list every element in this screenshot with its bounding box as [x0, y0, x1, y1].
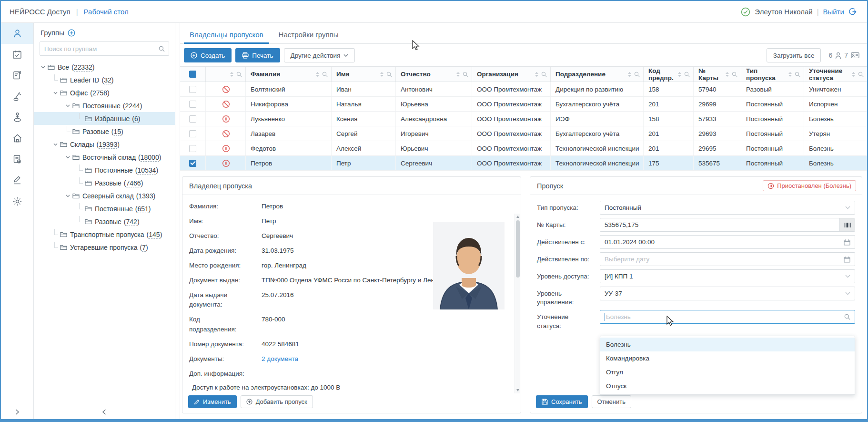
table-row[interactable]: БолтянскийИванАнтоновичООО Промтехмонтаж…	[180, 82, 867, 97]
column-search-icon[interactable]	[634, 72, 640, 77]
tree-chevron-down-icon[interactable]	[63, 195, 72, 197]
logout-link[interactable]: Выйти	[823, 8, 844, 16]
valid-to-input[interactable]: Выберите дату	[600, 252, 855, 266]
breadcrumb[interactable]: Рабочий стол	[84, 8, 129, 16]
tree-item[interactable]: Разовые(7466)	[34, 176, 175, 189]
rail-item-access-zones[interactable]	[1, 107, 33, 128]
tree-item-count[interactable]: (19393)	[97, 141, 120, 148]
rail-expand-button[interactable]	[1, 409, 33, 415]
rail-item-turnstile[interactable]	[1, 86, 33, 107]
rail-item-documents[interactable]	[1, 149, 33, 170]
tree-item-count[interactable]: (22332)	[71, 63, 94, 71]
table-row[interactable]: ПетровПетрСергеевичООО ПромтехмонтажТехн…	[180, 156, 867, 171]
tree-chevron-down-icon[interactable]	[51, 92, 60, 94]
tree-item[interactable]: Северный склад(1393)	[34, 189, 175, 202]
tree-item-count[interactable]: (1393)	[136, 192, 156, 200]
dropdown-option[interactable]: Отпуск	[600, 379, 855, 393]
select-all-checkbox[interactable]	[189, 71, 196, 78]
sort-icon[interactable]	[851, 72, 856, 77]
column-search-icon[interactable]	[236, 72, 242, 77]
tree-item-count[interactable]: (2758)	[90, 89, 110, 97]
tree-item[interactable]: Разовые(742)	[34, 215, 175, 228]
dropdown-option[interactable]: Болезнь	[600, 338, 855, 351]
row-checkbox[interactable]	[189, 115, 196, 123]
tree-item[interactable]: Восточный склад(18000)	[34, 151, 175, 164]
sort-icon[interactable]	[677, 72, 682, 77]
tree-item-count[interactable]: (6)	[132, 115, 140, 123]
logout-icon[interactable]	[848, 8, 857, 16]
column-header[interactable]: Тип пропуска	[741, 67, 804, 82]
card-number-input[interactable]: 535675,175	[600, 218, 855, 232]
column-header[interactable]: № Карты	[694, 67, 741, 82]
rail-item-pass-requests[interactable]	[1, 65, 33, 86]
rail-item-schedule[interactable]	[1, 44, 33, 65]
tree-item-count[interactable]: (18000)	[138, 154, 161, 161]
tree-item[interactable]: Постоянные(10534)	[34, 164, 175, 176]
tree-item[interactable]: Постоянные(2244)	[34, 99, 175, 112]
card-reader-button[interactable]	[839, 218, 855, 231]
rail-item-settings[interactable]	[1, 191, 33, 212]
sort-icon[interactable]	[456, 72, 460, 77]
edit-owner-button[interactable]: Изменить	[188, 395, 237, 408]
row-checkbox[interactable]	[189, 145, 196, 152]
table-row[interactable]: ЛукьяненкоКсенияАлександровнаООО Промтех…	[180, 112, 867, 126]
tree-item[interactable]: Избранные(6)	[34, 112, 175, 125]
mgmt-level-select[interactable]: УУ-37	[600, 287, 855, 300]
column-search-icon[interactable]	[732, 72, 737, 77]
column-search-icon[interactable]	[541, 72, 547, 77]
row-checkbox[interactable]	[189, 86, 196, 93]
sort-icon[interactable]	[535, 72, 539, 77]
pass-type-select[interactable]: Постоянный	[600, 201, 855, 215]
dropdown-option[interactable]: Отгул	[600, 365, 855, 379]
tree-chevron-down-icon[interactable]	[51, 143, 60, 146]
table-row[interactable]: ЛазаревСергейИгоревичООО ПромтехмонтажБу…	[180, 126, 867, 141]
row-checkbox[interactable]	[189, 101, 196, 108]
tree-item[interactable]: Все(22332)	[34, 61, 175, 73]
rail-item-edit[interactable]	[1, 170, 33, 191]
tree-item-count[interactable]: (7466)	[124, 179, 143, 187]
groups-collapse-button[interactable]	[34, 409, 175, 415]
tree-item[interactable]: Офис(2758)	[34, 86, 175, 99]
panel-resizer[interactable]	[175, 23, 180, 419]
tree-chevron-down-icon[interactable]	[39, 66, 47, 69]
calendar-icon[interactable]	[844, 239, 850, 246]
tree-item-count[interactable]: (742)	[124, 218, 140, 226]
sort-icon[interactable]	[380, 72, 384, 77]
group-search-input[interactable]	[44, 45, 159, 52]
sort-icon[interactable]	[725, 72, 729, 77]
tab-group-settings[interactable]: Настройки группы	[273, 27, 344, 43]
more-actions-button[interactable]: Другие действия	[284, 48, 355, 62]
column-header[interactable]: Подразделение	[551, 67, 644, 82]
status-refine-input[interactable]: Болезнь	[600, 310, 855, 324]
tree-item-count[interactable]: (651)	[135, 205, 151, 213]
column-header[interactable]: Организация	[472, 67, 551, 82]
valid-from-input[interactable]: 01.01.2024 00:00	[600, 235, 855, 249]
load-all-button[interactable]: Загрузить все	[767, 48, 821, 62]
column-header[interactable]: Уточнение статуса	[804, 67, 867, 82]
table-row[interactable]: ФедотовАлексейЮрьевичООО ПромтехмонтажТе…	[180, 141, 867, 156]
column-header[interactable]: Фамилия	[246, 67, 332, 82]
column-search-icon[interactable]	[795, 72, 800, 77]
dropdown-option[interactable]: Командировка	[600, 351, 855, 365]
row-checkbox[interactable]	[189, 160, 196, 167]
tree-item[interactable]: Устаревшие пропуска(7)	[34, 241, 175, 254]
tree-item-count[interactable]: (15)	[111, 128, 123, 135]
tree-item-count[interactable]: (32)	[101, 76, 113, 84]
tree-chevron-down-icon[interactable]	[63, 156, 72, 159]
column-search-icon[interactable]	[684, 72, 690, 77]
add-pass-button[interactable]: Добавить пропуск	[241, 395, 313, 408]
access-level-select[interactable]: [И] КПП 1	[600, 269, 855, 283]
sort-icon[interactable]	[627, 72, 632, 77]
sort-icon[interactable]	[788, 72, 792, 77]
tree-item[interactable]: Leader ID(32)	[34, 73, 175, 86]
tree-item[interactable]: Разовые(15)	[34, 125, 175, 138]
column-search-icon[interactable]	[463, 72, 468, 77]
tree-item[interactable]: Склады(19393)	[34, 138, 175, 151]
owner-scrollbar[interactable]	[515, 214, 520, 393]
rail-item-home[interactable]	[1, 128, 33, 149]
tree-item-count[interactable]: (145)	[147, 231, 162, 238]
sort-icon[interactable]	[315, 72, 320, 77]
save-button[interactable]: Сохранить	[536, 395, 588, 408]
tab-pass-owners[interactable]: Владельцы пропусков	[184, 27, 269, 43]
search-icon[interactable]	[159, 46, 165, 52]
